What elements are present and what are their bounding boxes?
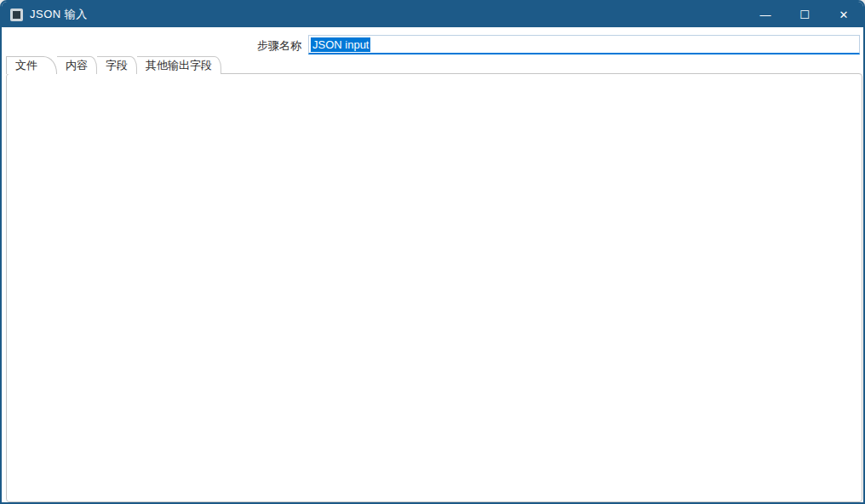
step-name-input[interactable]: JSON input xyxy=(308,35,860,54)
step-name-label: 步骤名称 xyxy=(19,38,301,54)
close-button[interactable]: ✕ xyxy=(824,2,863,27)
tab-fields[interactable]: 字段 xyxy=(97,56,137,74)
tab-bar: 文件 内容 字段 其他输出字段 xyxy=(6,56,221,74)
json-input-dialog: JSON 输入 — ☐ ✕ 步骤名称 JSON input 文件 内容 字段 其… xyxy=(0,0,865,504)
tab-additional-output-fields[interactable]: 其他输出字段 xyxy=(137,56,221,74)
json-input-step-icon xyxy=(10,9,23,21)
titlebar: JSON 输入 — ☐ ✕ xyxy=(2,2,863,27)
tab-content[interactable]: 内容 xyxy=(57,56,97,74)
tab-files[interactable]: 文件 xyxy=(6,56,57,74)
window-title: JSON 输入 xyxy=(30,7,746,22)
maximize-button[interactable]: ☐ xyxy=(785,2,824,27)
tab-panel-files xyxy=(6,73,862,502)
minimize-button[interactable]: — xyxy=(746,2,785,27)
step-name-selected-text: JSON input xyxy=(311,37,370,52)
